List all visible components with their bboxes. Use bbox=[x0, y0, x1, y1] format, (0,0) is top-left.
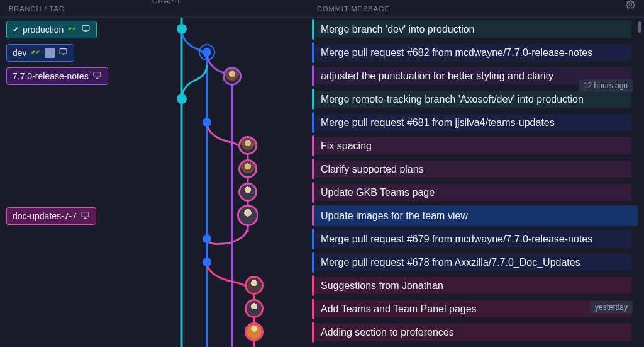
commit-message: Update GKB Teams page bbox=[312, 187, 435, 198]
branch-tag-doc-updates[interactable]: doc-updates-7-7 bbox=[6, 207, 96, 225]
branch-label: doc-updates-7-7 bbox=[13, 211, 77, 221]
avatar-icon bbox=[45, 48, 55, 58]
commit-row[interactable]: doc-updates-7-7Update images for the tea… bbox=[0, 204, 644, 227]
monitor-icon bbox=[58, 48, 68, 58]
header-branch[interactable]: BRANCH / TAG bbox=[0, 5, 147, 13]
check-icon: ✔ bbox=[13, 25, 19, 34]
monitor-icon bbox=[81, 25, 91, 35]
svg-rect-11 bbox=[60, 48, 67, 54]
leaf-icon bbox=[31, 48, 41, 57]
commit-message: adjusted the punctuation for better styl… bbox=[312, 71, 553, 82]
commit-row[interactable]: Suggestions from Jonathan bbox=[0, 274, 644, 297]
branch-label: dev bbox=[13, 48, 27, 58]
column-headers: BRANCH / TAG GRAPH COMMIT MESSAGE bbox=[0, 0, 644, 18]
commit-row[interactable]: Update GKB Teams page bbox=[0, 181, 644, 204]
commit-message: Merge remote-tracking branch 'Axosoft/de… bbox=[312, 94, 584, 105]
monitor-icon bbox=[92, 71, 102, 81]
branch-label: production bbox=[23, 25, 64, 35]
commit-row[interactable]: Adding section to preferences bbox=[0, 321, 644, 344]
commit-row[interactable]: Clarify supported plans bbox=[0, 157, 644, 181]
commit-message: Suggestions from Jonathan bbox=[312, 280, 443, 292]
commit-row[interactable]: 7.7.0-release-notesadjusted the punctuat… bbox=[0, 64, 644, 88]
commit-avatar[interactable] bbox=[238, 136, 257, 155]
commit-message: Merge pull request #678 from Axxzilla/7.… bbox=[312, 257, 580, 268]
gear-icon[interactable] bbox=[626, 0, 635, 11]
commit-message: Add Teams and Team Panel pages bbox=[312, 304, 477, 315]
branch-tag-release-notes[interactable]: 7.7.0-release-notes bbox=[6, 67, 108, 85]
commit-row[interactable]: Add Teams and Team Panel pagesyesterday bbox=[0, 297, 644, 321]
commit-row[interactable]: Merge remote-tracking branch 'Axosoft/de… bbox=[0, 88, 644, 111]
commit-message: Update images for the team view bbox=[312, 210, 468, 222]
commit-avatar[interactable] bbox=[245, 322, 264, 341]
commit-avatar[interactable] bbox=[245, 276, 264, 295]
branch-tag-production[interactable]: ✔production bbox=[6, 21, 97, 38]
commit-message: Merge pull request #682 from mcdwayne/7.… bbox=[312, 47, 592, 59]
monitor-icon bbox=[80, 211, 90, 221]
commit-row[interactable]: devMerge pull request #682 from mcdwayne… bbox=[0, 41, 644, 64]
commit-message: Clarify supported plans bbox=[312, 164, 424, 175]
svg-rect-17 bbox=[82, 212, 89, 217]
commit-row[interactable]: Fix spacing bbox=[0, 134, 644, 157]
commit-avatar[interactable] bbox=[238, 159, 257, 178]
commit-row[interactable]: ✔productionMerge branch 'dev' into produ… bbox=[0, 18, 644, 41]
commit-rows: ✔productionMerge branch 'dev' into produ… bbox=[0, 18, 644, 344]
timestamp: yesterday bbox=[590, 301, 633, 314]
commit-avatar[interactable] bbox=[238, 183, 257, 202]
commit-avatar[interactable] bbox=[237, 205, 258, 226]
commit-avatar[interactable] bbox=[245, 299, 264, 318]
svg-rect-8 bbox=[82, 25, 89, 30]
svg-point-0 bbox=[630, 4, 632, 6]
branch-label: 7.7.0-release-notes bbox=[13, 71, 89, 81]
commit-message: Fix spacing bbox=[312, 140, 372, 152]
commit-avatar[interactable] bbox=[223, 67, 242, 86]
commit-message: Merge pull request #681 from jjsilva4/te… bbox=[312, 117, 555, 128]
commit-message: Merge branch 'dev' into production bbox=[312, 24, 474, 35]
commit-message: Merge pull request #679 from mcdwayne/7.… bbox=[312, 234, 592, 245]
commit-row[interactable]: Merge pull request #678 from Axxzilla/7.… bbox=[0, 251, 644, 274]
leaf-icon bbox=[67, 25, 77, 34]
svg-rect-14 bbox=[94, 72, 101, 77]
branch-tag-dev[interactable]: dev bbox=[6, 44, 74, 62]
commit-row[interactable]: Merge pull request #681 from jjsilva4/te… bbox=[0, 111, 644, 134]
commit-row[interactable]: Merge pull request #679 from mcdwayne/7.… bbox=[0, 227, 644, 251]
commit-message: Adding section to preferences bbox=[312, 327, 454, 338]
timestamp: 12 hours ago bbox=[579, 79, 633, 92]
